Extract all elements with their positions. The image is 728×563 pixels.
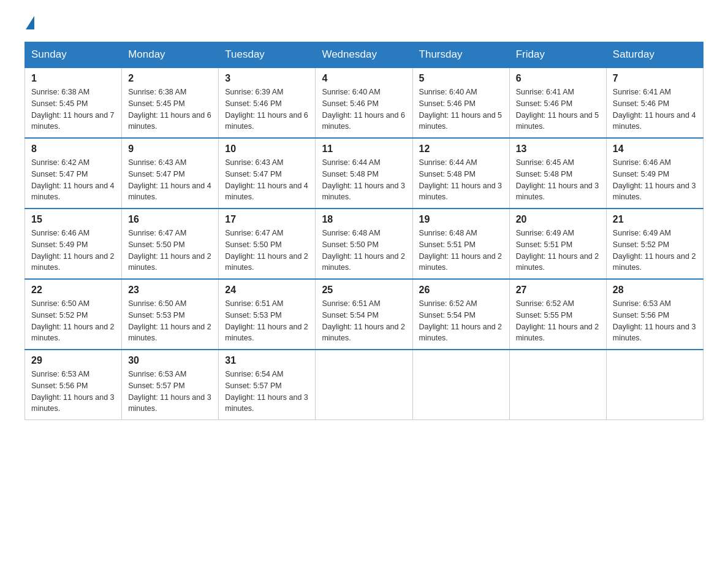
weekday-header-monday: Monday xyxy=(122,42,219,68)
calendar-day-cell: 1 Sunrise: 6:38 AM Sunset: 5:45 PM Dayli… xyxy=(25,67,122,138)
day-info: Sunrise: 6:40 AM Sunset: 5:46 PM Dayligh… xyxy=(419,86,503,132)
day-info: Sunrise: 6:41 AM Sunset: 5:46 PM Dayligh… xyxy=(613,86,697,132)
calendar-day-cell: 10 Sunrise: 6:43 AM Sunset: 5:47 PM Dayl… xyxy=(219,138,316,209)
day-info: Sunrise: 6:44 AM Sunset: 5:48 PM Dayligh… xyxy=(419,157,503,203)
day-info: Sunrise: 6:50 AM Sunset: 5:52 PM Dayligh… xyxy=(31,298,115,344)
day-info: Sunrise: 6:49 AM Sunset: 5:52 PM Dayligh… xyxy=(613,228,697,274)
calendar-day-cell xyxy=(412,350,509,420)
day-info: Sunrise: 6:43 AM Sunset: 5:47 PM Dayligh… xyxy=(225,157,309,203)
day-info: Sunrise: 6:43 AM Sunset: 5:47 PM Dayligh… xyxy=(128,157,212,203)
weekday-header-saturday: Saturday xyxy=(606,42,703,68)
day-number: 17 xyxy=(225,214,309,225)
day-number: 21 xyxy=(613,214,697,225)
calendar-day-cell: 29 Sunrise: 6:53 AM Sunset: 5:56 PM Dayl… xyxy=(25,350,122,420)
day-number: 13 xyxy=(516,144,600,155)
calendar-week-row: 29 Sunrise: 6:53 AM Sunset: 5:56 PM Dayl… xyxy=(25,350,703,420)
calendar-day-cell: 15 Sunrise: 6:46 AM Sunset: 5:49 PM Dayl… xyxy=(25,209,122,279)
day-number: 31 xyxy=(225,355,309,366)
day-info: Sunrise: 6:42 AM Sunset: 5:47 PM Dayligh… xyxy=(31,157,115,203)
calendar-day-cell: 5 Sunrise: 6:40 AM Sunset: 5:46 PM Dayli… xyxy=(412,67,509,138)
calendar-day-cell: 18 Sunrise: 6:48 AM Sunset: 5:50 PM Dayl… xyxy=(316,209,412,279)
day-info: Sunrise: 6:38 AM Sunset: 5:45 PM Dayligh… xyxy=(31,86,115,132)
day-info: Sunrise: 6:39 AM Sunset: 5:46 PM Dayligh… xyxy=(225,86,309,132)
calendar-day-cell: 23 Sunrise: 6:50 AM Sunset: 5:53 PM Dayl… xyxy=(122,279,219,350)
calendar-week-row: 22 Sunrise: 6:50 AM Sunset: 5:52 PM Dayl… xyxy=(25,279,703,350)
day-info: Sunrise: 6:40 AM Sunset: 5:46 PM Dayligh… xyxy=(322,86,406,132)
weekday-header-wednesday: Wednesday xyxy=(316,42,412,68)
day-number: 23 xyxy=(128,285,212,296)
weekday-header-sunday: Sunday xyxy=(25,42,122,68)
day-info: Sunrise: 6:52 AM Sunset: 5:55 PM Dayligh… xyxy=(516,298,600,344)
day-number: 9 xyxy=(128,144,212,155)
calendar-day-cell: 22 Sunrise: 6:50 AM Sunset: 5:52 PM Dayl… xyxy=(25,279,122,350)
day-info: Sunrise: 6:51 AM Sunset: 5:54 PM Dayligh… xyxy=(322,298,406,344)
header xyxy=(25,18,703,29)
calendar-day-cell xyxy=(509,350,606,420)
day-number: 5 xyxy=(419,73,503,84)
day-info: Sunrise: 6:38 AM Sunset: 5:45 PM Dayligh… xyxy=(128,86,212,132)
calendar-day-cell: 28 Sunrise: 6:53 AM Sunset: 5:56 PM Dayl… xyxy=(606,279,703,350)
calendar-day-cell: 14 Sunrise: 6:46 AM Sunset: 5:49 PM Dayl… xyxy=(606,138,703,209)
day-number: 12 xyxy=(419,144,503,155)
calendar-body: 1 Sunrise: 6:38 AM Sunset: 5:45 PM Dayli… xyxy=(25,67,703,420)
weekday-header-friday: Friday xyxy=(509,42,606,68)
calendar-day-cell: 6 Sunrise: 6:41 AM Sunset: 5:46 PM Dayli… xyxy=(509,67,606,138)
calendar-day-cell: 30 Sunrise: 6:53 AM Sunset: 5:57 PM Dayl… xyxy=(122,350,219,420)
day-info: Sunrise: 6:51 AM Sunset: 5:53 PM Dayligh… xyxy=(225,298,309,344)
calendar-day-cell: 24 Sunrise: 6:51 AM Sunset: 5:53 PM Dayl… xyxy=(219,279,316,350)
calendar-day-cell: 9 Sunrise: 6:43 AM Sunset: 5:47 PM Dayli… xyxy=(122,138,219,209)
day-number: 7 xyxy=(613,73,697,84)
day-info: Sunrise: 6:47 AM Sunset: 5:50 PM Dayligh… xyxy=(225,228,309,274)
day-number: 6 xyxy=(516,73,600,84)
day-number: 25 xyxy=(322,285,406,296)
calendar-day-cell: 26 Sunrise: 6:52 AM Sunset: 5:54 PM Dayl… xyxy=(412,279,509,350)
day-number: 30 xyxy=(128,355,212,366)
day-info: Sunrise: 6:41 AM Sunset: 5:46 PM Dayligh… xyxy=(516,86,600,132)
calendar-day-cell: 16 Sunrise: 6:47 AM Sunset: 5:50 PM Dayl… xyxy=(122,209,219,279)
calendar-day-cell xyxy=(606,350,703,420)
weekday-header-thursday: Thursday xyxy=(412,42,509,68)
weekday-header-tuesday: Tuesday xyxy=(219,42,316,68)
day-number: 3 xyxy=(225,73,309,84)
day-number: 19 xyxy=(419,214,503,225)
calendar-day-cell: 2 Sunrise: 6:38 AM Sunset: 5:45 PM Dayli… xyxy=(122,67,219,138)
calendar-week-row: 15 Sunrise: 6:46 AM Sunset: 5:49 PM Dayl… xyxy=(25,209,703,279)
day-number: 16 xyxy=(128,214,212,225)
day-number: 4 xyxy=(322,73,406,84)
day-number: 20 xyxy=(516,214,600,225)
day-info: Sunrise: 6:44 AM Sunset: 5:48 PM Dayligh… xyxy=(322,157,406,203)
calendar-day-cell: 19 Sunrise: 6:48 AM Sunset: 5:51 PM Dayl… xyxy=(412,209,509,279)
calendar-day-cell: 21 Sunrise: 6:49 AM Sunset: 5:52 PM Dayl… xyxy=(606,209,703,279)
calendar-day-cell xyxy=(316,350,412,420)
calendar-day-cell: 3 Sunrise: 6:39 AM Sunset: 5:46 PM Dayli… xyxy=(219,67,316,138)
calendar-day-cell: 7 Sunrise: 6:41 AM Sunset: 5:46 PM Dayli… xyxy=(606,67,703,138)
calendar-day-cell: 8 Sunrise: 6:42 AM Sunset: 5:47 PM Dayli… xyxy=(25,138,122,209)
calendar-day-cell: 27 Sunrise: 6:52 AM Sunset: 5:55 PM Dayl… xyxy=(509,279,606,350)
day-info: Sunrise: 6:46 AM Sunset: 5:49 PM Dayligh… xyxy=(613,157,697,203)
logo xyxy=(25,18,34,29)
weekday-header-row: SundayMondayTuesdayWednesdayThursdayFrid… xyxy=(25,42,703,68)
day-info: Sunrise: 6:48 AM Sunset: 5:51 PM Dayligh… xyxy=(419,228,503,274)
day-number: 29 xyxy=(31,355,115,366)
calendar-header: SundayMondayTuesdayWednesdayThursdayFrid… xyxy=(25,42,703,68)
day-info: Sunrise: 6:48 AM Sunset: 5:50 PM Dayligh… xyxy=(322,228,406,274)
day-number: 22 xyxy=(31,285,115,296)
calendar-day-cell: 31 Sunrise: 6:54 AM Sunset: 5:57 PM Dayl… xyxy=(219,350,316,420)
day-number: 14 xyxy=(613,144,697,155)
day-info: Sunrise: 6:49 AM Sunset: 5:51 PM Dayligh… xyxy=(516,228,600,274)
day-number: 27 xyxy=(516,285,600,296)
calendar-day-cell: 4 Sunrise: 6:40 AM Sunset: 5:46 PM Dayli… xyxy=(316,67,412,138)
calendar-day-cell: 25 Sunrise: 6:51 AM Sunset: 5:54 PM Dayl… xyxy=(316,279,412,350)
day-number: 2 xyxy=(128,73,212,84)
calendar-day-cell: 13 Sunrise: 6:45 AM Sunset: 5:48 PM Dayl… xyxy=(509,138,606,209)
day-number: 28 xyxy=(613,285,697,296)
day-info: Sunrise: 6:45 AM Sunset: 5:48 PM Dayligh… xyxy=(516,157,600,203)
day-info: Sunrise: 6:53 AM Sunset: 5:56 PM Dayligh… xyxy=(613,298,697,344)
day-info: Sunrise: 6:46 AM Sunset: 5:49 PM Dayligh… xyxy=(31,228,115,274)
logo-triangle-icon xyxy=(26,16,34,29)
calendar-day-cell: 11 Sunrise: 6:44 AM Sunset: 5:48 PM Dayl… xyxy=(316,138,412,209)
day-info: Sunrise: 6:52 AM Sunset: 5:54 PM Dayligh… xyxy=(419,298,503,344)
day-number: 8 xyxy=(31,144,115,155)
calendar-week-row: 8 Sunrise: 6:42 AM Sunset: 5:47 PM Dayli… xyxy=(25,138,703,209)
calendar-day-cell: 12 Sunrise: 6:44 AM Sunset: 5:48 PM Dayl… xyxy=(412,138,509,209)
